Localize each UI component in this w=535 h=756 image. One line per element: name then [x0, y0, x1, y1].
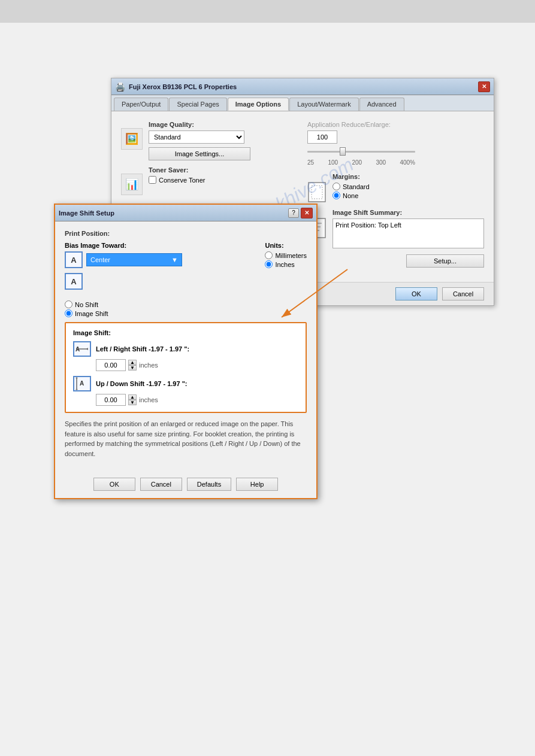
bias-a-box: A — [65, 251, 83, 268]
svg-marker-15 — [75, 389, 78, 390]
image-settings-button[interactable]: Image Settings... — [149, 147, 250, 160]
bias-dropdown[interactable]: Center ▼ — [86, 253, 182, 266]
lr-shift-icon: A — [73, 341, 91, 357]
conserve-toner-label: Conserve Toner — [159, 177, 205, 184]
bias-a-box-2: A — [65, 273, 83, 290]
ud-spin-down[interactable]: ▼ — [128, 400, 137, 405]
image-shift-summary-content: Print Position: Top Left — [335, 221, 401, 229]
tab-advanced[interactable]: Advanced — [359, 98, 404, 111]
margins-standard-radio[interactable] — [333, 183, 340, 190]
conserve-toner-checkbox[interactable] — [149, 176, 156, 184]
lr-spin-down[interactable]: ▼ — [128, 365, 137, 371]
shift-ok-button[interactable]: OK — [93, 478, 135, 491]
lr-shift-input[interactable] — [96, 359, 126, 371]
units-section: Units: Millimeters Inches — [265, 242, 307, 269]
tabs-row: Paper/Output Special Pages Image Options… — [111, 95, 494, 111]
main-title-bar: 🖨️ Fuji Xerox B9136 PCL 6 Properties ✕ — [111, 78, 494, 95]
cancel-button[interactable]: Cancel — [442, 287, 484, 300]
margins-none-radio[interactable] — [333, 192, 340, 199]
millimeters-radio[interactable] — [265, 251, 273, 259]
lr-unit-label: inches — [139, 362, 158, 369]
image-shift-radio-label: Image Shift — [75, 310, 108, 317]
main-title-text: 🖨️ Fuji Xerox B9136 PCL 6 Properties — [115, 82, 237, 92]
image-shift-radio[interactable] — [65, 309, 72, 317]
main-dialog-title: Fuji Xerox B9136 PCL 6 Properties — [129, 83, 237, 90]
image-shift-box-title: Image Shift: — [73, 329, 298, 336]
description-text: Specifies the print position of an enlar… — [65, 419, 307, 459]
main-close-button[interactable]: ✕ — [478, 81, 490, 92]
image-quality-select[interactable]: Standard — [149, 130, 244, 144]
inches-label: Inches — [275, 261, 294, 268]
ud-shift-input[interactable] — [96, 394, 126, 406]
app-reduce-label: Application Reduce/Enlarge: — [307, 121, 484, 128]
shift-help-footer-button[interactable]: Help — [236, 478, 278, 491]
image-shift-summary-box: Print Position: Top Left — [333, 218, 484, 248]
image-shift-summary-label: Image Shift Summary: — [333, 209, 484, 216]
margins-none-label: None — [343, 192, 358, 199]
margins-icon — [307, 181, 327, 203]
shift-cancel-button[interactable]: Cancel — [140, 478, 182, 491]
ud-spin-buttons: ▲ ▼ — [128, 394, 137, 405]
ud-unit-label: inches — [139, 396, 158, 403]
shift-footer: OK Cancel Defaults Help — [55, 473, 316, 498]
tab-special-pages[interactable]: Special Pages — [169, 98, 226, 111]
shift-help-button[interactable]: ? — [288, 208, 299, 218]
tab-paper-output[interactable]: Paper/Output — [114, 98, 168, 111]
slider-thumb[interactable] — [340, 147, 346, 156]
millimeters-label: Millimeters — [275, 252, 307, 259]
image-quality-icon: 🖼️ — [121, 128, 143, 150]
toner-icon: 📊 — [121, 174, 143, 195]
shift-dialog-title: Image Shift Setup — [59, 210, 114, 217]
image-quality-label: Image Quality: — [149, 121, 250, 128]
slider-labels: 25 100 200 300 400% — [307, 159, 415, 166]
shift-dialog: Image Shift Setup ? ✕ Print Position: Bi… — [54, 204, 318, 499]
margins-standard-label: Standard — [343, 183, 370, 190]
margins-label: Margins: — [333, 173, 370, 180]
bias-value: Center — [90, 256, 110, 263]
svg-text:A: A — [80, 380, 84, 387]
units-label: Units: — [265, 242, 307, 249]
printer-icon: 🖨️ — [115, 82, 125, 92]
ok-button[interactable]: OK — [395, 287, 437, 300]
shift-defaults-button[interactable]: Defaults — [187, 478, 231, 491]
svg-marker-11 — [86, 348, 88, 350]
image-shift-box: Image Shift: A Left / Right Shift -1.97 … — [65, 322, 307, 413]
ud-shift-icon: A — [73, 376, 91, 391]
tab-image-options[interactable]: Image Options — [228, 98, 289, 111]
bias-label: Bias Image Toward: — [65, 242, 182, 249]
reduce-input[interactable] — [307, 130, 337, 144]
shift-close-button[interactable]: ✕ — [301, 208, 313, 218]
shift-options: No Shift Image Shift — [65, 300, 307, 317]
no-shift-radio[interactable] — [65, 300, 72, 308]
ud-spin-up[interactable]: ▲ — [128, 394, 137, 400]
title-buttons: ? ✕ — [288, 208, 313, 218]
lr-spin-buttons: ▲ ▼ — [128, 360, 137, 371]
svg-marker-14 — [75, 377, 78, 378]
no-shift-label: No Shift — [75, 301, 98, 308]
shift-content: Print Position: Bias Image Toward: A Cen… — [55, 221, 316, 473]
lr-shift-label: Left / Right Shift -1.97 - 1.97 ": — [96, 345, 298, 353]
print-position-label: Print Position: — [65, 230, 307, 237]
tab-layout-watermark[interactable]: Layout/Watermark — [289, 98, 358, 111]
setup-button[interactable]: Setup... — [406, 254, 484, 268]
shift-title-bar: Image Shift Setup ? ✕ — [55, 205, 316, 221]
toner-saver-label: Toner Saver: — [149, 166, 205, 174]
ud-shift-label: Up / Down Shift -1.97 - 1.97 ": — [96, 380, 298, 387]
lr-spin-up[interactable]: ▲ — [128, 360, 137, 365]
inches-radio[interactable] — [265, 260, 273, 268]
bias-dropdown-arrow: ▼ — [171, 256, 178, 263]
top-bar — [0, 0, 535, 23]
slider-track — [307, 151, 415, 153]
